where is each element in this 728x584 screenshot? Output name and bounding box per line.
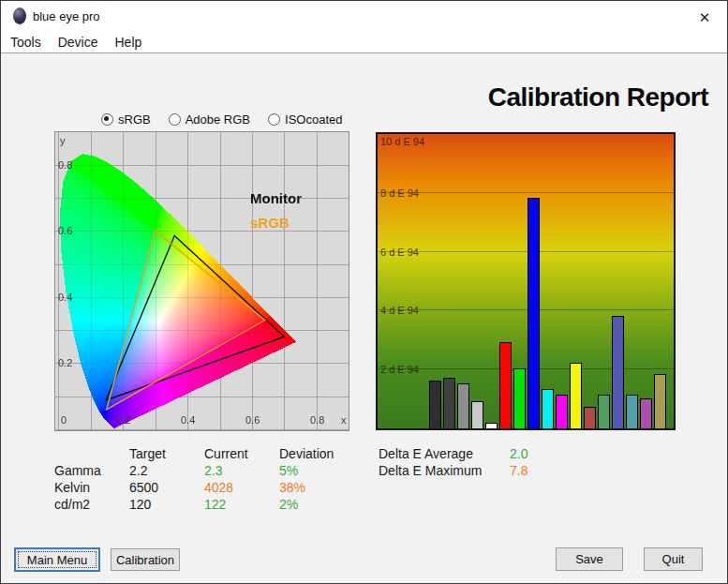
table-header: Target	[129, 446, 166, 461]
calibration-button[interactable]: Calibration	[111, 548, 180, 571]
menu-item-device[interactable]: Device	[58, 35, 98, 50]
delta-e-bar	[429, 381, 441, 428]
radio-label: Adobe RGB	[186, 112, 250, 127]
menu-bar: ToolsDeviceHelp	[1, 31, 727, 53]
radio-label: ISOcoated	[285, 112, 342, 127]
close-button[interactable]: ✕	[690, 5, 720, 29]
delta-e-bar	[612, 316, 624, 428]
radio-icon[interactable]	[169, 113, 181, 126]
current-value: 122	[204, 497, 226, 512]
table-header: Current	[204, 446, 248, 461]
gridline-label: 2 d E 94	[380, 364, 419, 375]
quit-button[interactable]: Quit	[644, 547, 703, 571]
delta-e-label: Delta E Average	[379, 446, 473, 461]
delta-e-bar	[443, 378, 455, 428]
delta-e-bar	[556, 395, 568, 428]
row-label: cd/m2	[54, 497, 90, 512]
gridline	[378, 309, 674, 310]
save-button[interactable]: Save	[556, 547, 623, 571]
radio-adobe-rgb[interactable]: Adobe RGB	[169, 112, 250, 127]
target-value: 2.2	[129, 463, 147, 478]
title-bar: blue eye pro ✕	[1, 1, 727, 31]
radio-label: sRGB	[118, 112, 151, 127]
delta-e-summary: Delta E Average2.0Delta E Maximum7.8	[371, 443, 680, 485]
current-value: 2.3	[204, 463, 222, 478]
results-table: TargetCurrentDeviationGamma2.22.35%Kelvi…	[48, 443, 371, 518]
delta-e-bar	[542, 389, 554, 428]
deviation-value: 38%	[279, 480, 305, 495]
delta-e-bar-chart: 2 d E 944 d E 946 d E 948 d E 9410 d E 9…	[376, 132, 676, 430]
row-label: Kelvin	[54, 480, 90, 495]
menu-item-help[interactable]: Help	[114, 35, 141, 50]
deviation-value: 5%	[279, 463, 298, 478]
gridline	[378, 192, 674, 193]
delta-e-bar	[640, 398, 652, 428]
gridline-label: 6 d E 94	[380, 247, 419, 258]
chromaticity-diagram-panel: Monitor sRGB	[54, 131, 349, 431]
delta-e-bar	[485, 423, 498, 428]
chromaticity-diagram-canvas	[55, 132, 349, 430]
gridline	[378, 251, 674, 252]
delta-e-bar	[471, 401, 483, 428]
gridline	[378, 133, 674, 134]
table-header: Deviation	[279, 446, 334, 461]
row-label: Gamma	[54, 463, 101, 478]
legend-monitor-label: Monitor	[250, 190, 302, 206]
gridline	[378, 368, 674, 369]
delta-e-bar	[598, 395, 610, 428]
gamut-selector: sRGBAdobe RGBISOcoated	[101, 112, 342, 127]
legend-srgb-label: sRGB	[250, 215, 290, 231]
gridline-label: 8 d E 94	[380, 187, 419, 199]
app-icon	[13, 7, 26, 24]
close-icon: ✕	[699, 10, 711, 24]
window-title: blue eye pro	[33, 9, 100, 23]
radio-icon[interactable]	[268, 113, 280, 126]
page-title: Calibration Report	[488, 82, 708, 112]
delta-e-value: 7.8	[510, 463, 527, 478]
target-value: 120	[129, 497, 151, 512]
gridline-label: 10 d E 94	[380, 136, 424, 147]
radio-srgb[interactable]: sRGB	[101, 112, 151, 127]
main-menu-button[interactable]: Main Menu	[14, 547, 100, 572]
deviation-value: 2%	[279, 497, 298, 512]
delta-e-bar	[527, 198, 540, 428]
radio-selected-icon[interactable]	[101, 113, 113, 126]
delta-e-bar	[499, 342, 512, 428]
delta-e-bar	[584, 407, 596, 428]
delta-e-bar	[626, 395, 638, 428]
delta-e-label: Delta E Maximum	[379, 463, 482, 478]
gridline-label: 4 d E 94	[380, 305, 419, 316]
menu-item-tools[interactable]: Tools	[10, 35, 41, 50]
current-value: 4028	[204, 480, 233, 495]
delta-e-bar	[654, 374, 666, 428]
delta-e-value: 2.0	[510, 446, 527, 461]
target-value: 6500	[129, 480, 158, 495]
delta-e-bar	[457, 383, 469, 428]
delta-e-bar	[570, 363, 582, 428]
delta-e-bar	[513, 368, 526, 428]
app-window: blue eye pro ✕ ToolsDeviceHelp Calibrati…	[0, 0, 728, 584]
radio-isocoated[interactable]: ISOcoated	[268, 112, 342, 127]
